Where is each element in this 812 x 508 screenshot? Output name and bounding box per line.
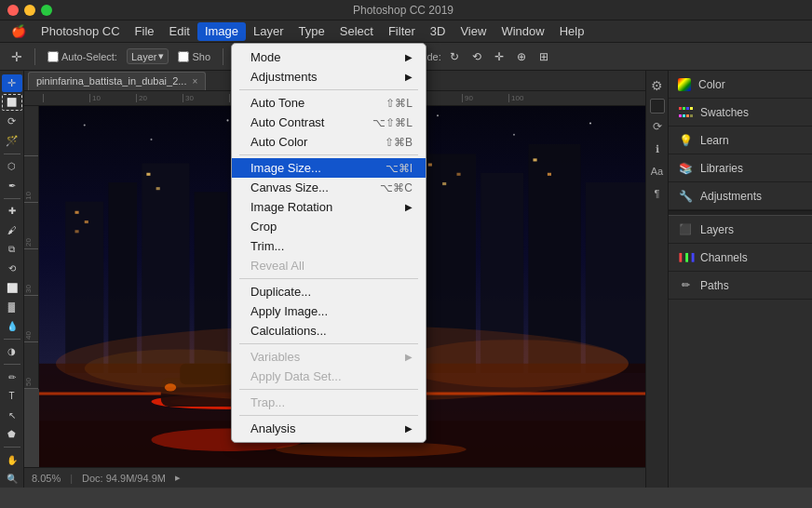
ruler-vertical: 10 20 30 40 50	[24, 106, 39, 389]
menu-image[interactable]: Image	[197, 22, 246, 41]
tool-zoom[interactable]: 🔍	[2, 471, 22, 488]
panel-libraries[interactable]: 📚 Libraries	[669, 154, 812, 182]
3d-slide-btn[interactable]: ⊕	[512, 47, 531, 66]
canvas-tab[interactable]: pininfarina_battista_in_dubai_2... ×	[28, 72, 206, 90]
menu-view[interactable]: View	[453, 22, 494, 41]
menu-3d[interactable]: 3D	[423, 22, 453, 41]
layer-dropdown[interactable]: Layer ▾	[127, 48, 169, 64]
menu-item-auto-color[interactable]: Auto Color⇧⌘B	[232, 132, 426, 152]
panel-layers[interactable]: ⬛ Layers	[669, 216, 812, 244]
tool-lasso[interactable]: ⟳	[2, 113, 22, 130]
svg-rect-24	[457, 173, 461, 176]
learn-label: Learn	[700, 134, 729, 147]
arrow-icon: ▶	[405, 202, 413, 212]
tool-eraser[interactable]: ⬜	[2, 279, 22, 297]
tool-text[interactable]: T	[2, 387, 22, 405]
menu-select[interactable]: Select	[332, 22, 381, 41]
menu-row-shortcut: ⇧⌘L	[386, 97, 413, 110]
menu-file[interactable]: File	[128, 22, 162, 41]
ruler-mark: 100	[508, 94, 555, 102]
3d-roll-btn[interactable]: ⟲	[467, 47, 486, 66]
menu-edit[interactable]: Edit	[162, 22, 197, 41]
show-transform-checkbox[interactable]	[178, 51, 189, 62]
3d-scale-btn[interactable]: ⊞	[535, 47, 553, 66]
panel-adjustments[interactable]: 🔧 Adjustments	[669, 182, 812, 210]
tool-move[interactable]: ✛	[2, 74, 22, 92]
tool-blur[interactable]: 💧	[2, 317, 22, 335]
channels-icon: ▐▐▐	[678, 250, 693, 265]
menu-type[interactable]: Type	[291, 22, 332, 41]
menu-item-canvas-size---[interactable]: Canvas Size...⌥⌘C	[232, 178, 426, 197]
tool-path[interactable]: ↖	[2, 407, 22, 424]
menu-item-apply-image---[interactable]: Apply Image...	[232, 301, 426, 321]
tool-gradient[interactable]: ▓	[2, 298, 22, 315]
apple-menu[interactable]: 🍎	[4, 22, 34, 41]
panel-icon-text[interactable]: Aa	[648, 162, 667, 180]
tool-dodge[interactable]: ◑	[2, 342, 22, 360]
tool-history[interactable]: ⟲	[2, 260, 22, 277]
menu-item-mode[interactable]: Mode▶	[232, 47, 426, 67]
3d-pan-btn[interactable]: ✛	[490, 47, 508, 66]
auto-select-toggle[interactable]: Auto-Select:	[42, 49, 123, 64]
paths-label: Paths	[700, 279, 729, 292]
tool-clone[interactable]: ⧉	[2, 241, 22, 259]
panel-channels[interactable]: ▐▐▐ Channels	[669, 244, 812, 272]
left-tools-panel: ✛ ⬜ ⟳ 🪄 ⬡ ✒ ✚ 🖌 ⧉ ⟲ ⬜ ▓ 💧 ◑ ✏ T ↖ ⬟ ✋ 🔍	[0, 71, 24, 488]
panel-paths[interactable]: ✏ Paths	[669, 272, 812, 300]
tool-eyedropper[interactable]: ✒	[2, 177, 22, 194]
menu-item-image-size---[interactable]: Image Size...⌥⌘I	[232, 158, 426, 178]
tab-close-button[interactable]: ×	[192, 76, 197, 87]
menu-help[interactable]: Help	[552, 22, 592, 41]
tool-separator-3	[4, 339, 20, 340]
tool-hand[interactable]: ✋	[2, 451, 22, 469]
arrow-icon: ▶	[405, 423, 413, 434]
tool-shape[interactable]: ⬟	[2, 426, 22, 444]
svg-rect-17	[75, 211, 79, 214]
menu-item-trim---[interactable]: Trim...	[232, 236, 426, 256]
tool-crop[interactable]: ⬡	[2, 157, 22, 175]
panel-icon-settings[interactable]: ⚙	[648, 76, 667, 95]
layer-dropdown-value: Layer	[131, 51, 157, 62]
menu-item-duplicate---[interactable]: Duplicate...	[232, 282, 426, 301]
panel-icon-info[interactable]: ℹ	[648, 140, 667, 158]
svg-rect-15	[586, 182, 645, 373]
svg-point-1	[84, 124, 86, 126]
app-title: Photoshop CC 2019	[2, 4, 805, 17]
menu-filter[interactable]: Filter	[381, 22, 423, 41]
menu-item-variables: Variables▶	[232, 347, 426, 367]
move-tool[interactable]: ✛	[6, 47, 28, 66]
panel-color[interactable]: Color	[669, 71, 812, 99]
menu-item-calculations---[interactable]: Calculations...	[232, 321, 426, 341]
svg-rect-18	[85, 221, 88, 223]
menu-item-analysis[interactable]: Analysis▶	[232, 419, 426, 438]
svg-point-7	[589, 122, 591, 124]
panel-icon-foreground[interactable]	[650, 99, 665, 114]
tool-brush[interactable]: 🖌	[2, 221, 22, 239]
menu-item-auto-tone[interactable]: Auto Tone⇧⌘L	[232, 93, 426, 113]
tool-pen[interactable]: ✏	[2, 368, 22, 386]
tool-marquee[interactable]: ⬜	[2, 94, 22, 112]
menu-row-shortcut: ⇧⌘B	[385, 136, 413, 149]
tool-healing[interactable]: ✚	[2, 202, 22, 220]
layers-icon: ⬛	[678, 222, 693, 237]
menu-item-image-rotation[interactable]: Image Rotation▶	[232, 197, 426, 217]
menu-photoshop[interactable]: Photoshop CC	[34, 22, 128, 41]
auto-select-checkbox[interactable]	[47, 51, 59, 62]
menu-row-label: Canvas Size...	[250, 180, 380, 194]
panel-swatches[interactable]: Swatches	[669, 99, 812, 127]
menu-item-auto-contrast[interactable]: Auto Contrast⌥⇧⌘L	[232, 113, 426, 132]
3d-rotate-btn[interactable]: ↻	[445, 47, 464, 66]
menu-window[interactable]: Window	[494, 22, 551, 41]
menu-row-label: Trap...	[250, 395, 413, 409]
ruler-mark: 90	[462, 94, 508, 102]
panel-icon-para[interactable]: ¶	[648, 184, 667, 203]
tool-separator-5	[4, 447, 20, 448]
menu-item-crop[interactable]: Crop	[232, 217, 426, 236]
tool-magic-wand[interactable]: 🪄	[2, 132, 22, 150]
panel-learn[interactable]: 💡 Learn	[669, 127, 812, 154]
panel-icon-history[interactable]: ⟳	[648, 117, 667, 136]
menu-item-adjustments[interactable]: Adjustments▶	[232, 67, 426, 87]
show-transform-toggle[interactable]: Sho	[172, 49, 216, 64]
menu-layer[interactable]: Layer	[246, 22, 291, 41]
menu-row-label: Image Size...	[250, 161, 386, 175]
